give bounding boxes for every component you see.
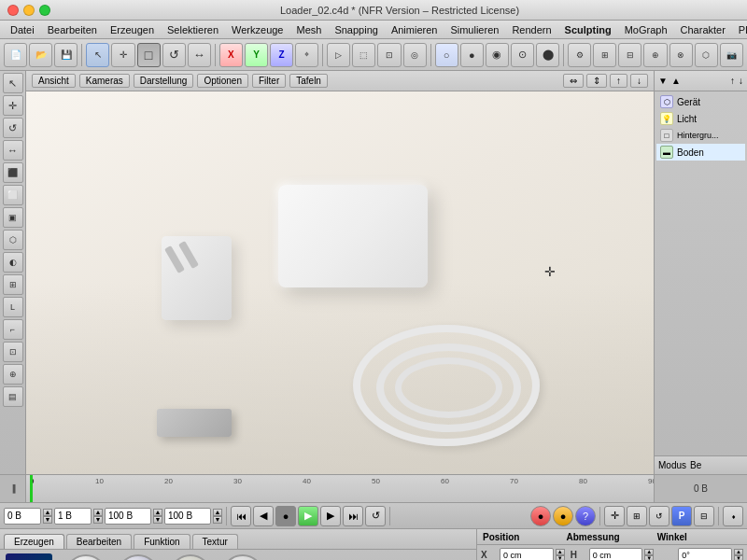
tb-new[interactable]: 📄: [4, 43, 27, 67]
tb-sphere3[interactable]: ◉: [486, 43, 509, 67]
ctrl-orange-btn[interactable]: ●: [553, 506, 573, 526]
vp-filter[interactable]: Filter: [252, 74, 286, 88]
vp-optionen[interactable]: Optionen: [197, 74, 248, 88]
tb-save[interactable]: 💾: [54, 43, 78, 67]
frame-field4[interactable]: 100 B: [164, 508, 211, 525]
vp-nav2[interactable]: ⇕: [586, 74, 607, 88]
tb-sphere1[interactable]: ○: [435, 43, 458, 67]
attr-win-x[interactable]: 0°: [678, 548, 732, 560]
mat-tab-funktion[interactable]: Funktion: [134, 534, 190, 549]
tb-open[interactable]: 📂: [29, 43, 52, 67]
tb-rotate[interactable]: ↺: [162, 43, 186, 67]
vp-tafeln[interactable]: Tafeln: [289, 74, 328, 88]
ctrl-box1[interactable]: ⊞: [627, 506, 647, 526]
scene-item-licht[interactable]: 💡 Licht: [656, 110, 745, 127]
tb-icon4[interactable]: ⊕: [643, 43, 667, 67]
tb-cube[interactable]: □: [137, 43, 161, 67]
tb-anim1[interactable]: ▷: [327, 43, 350, 67]
frame-field4-up[interactable]: ▲: [213, 509, 222, 516]
tb-scale[interactable]: ↔: [188, 43, 211, 67]
ctrl-question-btn[interactable]: ?: [575, 506, 596, 526]
frame-current-spin[interactable]: ▲ ▼: [93, 509, 103, 524]
tb-anim4[interactable]: ◎: [403, 43, 427, 67]
lt-scale[interactable]: ↔: [3, 140, 23, 161]
frame-start-up[interactable]: ▲: [43, 509, 52, 516]
attr-win-x-up[interactable]: ▲: [734, 549, 743, 555]
attr-abm-x-up[interactable]: ▲: [644, 549, 654, 555]
attr-win-x-down[interactable]: ▼: [734, 555, 743, 561]
menu-sculpting[interactable]: Sculpting: [558, 21, 618, 39]
attr-abm-x-down[interactable]: ▼: [644, 555, 654, 561]
frame-field4-down[interactable]: ▼: [213, 516, 222, 524]
transport-record[interactable]: ●: [275, 506, 296, 526]
transport-loop[interactable]: ↺: [365, 506, 386, 526]
menu-snapping[interactable]: Snapping: [328, 21, 385, 39]
transport-play[interactable]: ▶: [298, 506, 318, 526]
lt-icon4[interactable]: ⊕: [3, 364, 23, 385]
menu-charakter[interactable]: Charakter: [674, 21, 732, 39]
menu-werkzeuge[interactable]: Werkzeuge: [225, 21, 289, 39]
transport-next[interactable]: ▶: [320, 506, 341, 526]
tb-sphere5[interactable]: ⬤: [536, 43, 559, 67]
frame-field4-spin[interactable]: ▲ ▼: [213, 509, 222, 524]
tb-xyz-x[interactable]: X: [219, 43, 243, 67]
tb-arrow[interactable]: ↖: [86, 43, 109, 67]
menu-mograph[interactable]: MoGraph: [618, 21, 674, 39]
ctrl-parking[interactable]: P: [671, 506, 692, 526]
ctrl-grid[interactable]: ⊟: [694, 506, 714, 526]
tb-icon2[interactable]: ⊞: [593, 43, 616, 67]
rp-arrow-down2[interactable]: ↓: [739, 76, 743, 86]
vp-kameras[interactable]: Kameras: [79, 74, 130, 88]
transport-rewind[interactable]: ⏮: [231, 506, 251, 526]
vp-nav1[interactable]: ⇔: [563, 74, 584, 88]
material-boden[interactable]: Boden: [168, 554, 213, 561]
tb-move[interactable]: ✛: [111, 43, 134, 67]
menu-mesh[interactable]: Mesh: [289, 21, 328, 39]
menu-bearbeiten[interactable]: Bearbeiten: [41, 21, 104, 39]
menu-rendern[interactable]: Rendern: [505, 21, 557, 39]
transport-forward[interactable]: ⏭: [343, 506, 363, 526]
ctrl-last[interactable]: ⬧: [723, 506, 743, 526]
attr-abm-x[interactable]: 0 cm: [589, 548, 643, 560]
scene-item-hintergrund[interactable]: □ Hintergru...: [656, 127, 745, 144]
menu-erzeugen[interactable]: Erzeugen: [104, 21, 161, 39]
mat-tab-bearbeiten[interactable]: Bearbeiten: [66, 534, 132, 549]
frame-current-field[interactable]: 1 B: [54, 508, 92, 525]
lt-icon5[interactable]: ▤: [3, 386, 23, 407]
transport-prev[interactable]: ◀: [253, 506, 274, 526]
menu-selektieren[interactable]: Selektieren: [161, 21, 225, 39]
attr-pos-x[interactable]: 0 cm: [500, 548, 554, 560]
frame-end-up[interactable]: ▲: [153, 509, 162, 516]
tb-anim2[interactable]: ⬚: [352, 43, 375, 67]
lt-points[interactable]: ⬛: [3, 162, 23, 183]
lt-icon2[interactable]: ⌐: [3, 319, 23, 340]
menu-datei[interactable]: Datei: [4, 21, 41, 39]
maximize-button[interactable]: [39, 5, 50, 16]
attr-abm-x-spin[interactable]: ▲ ▼: [644, 549, 654, 561]
rp-arrow-up[interactable]: ▲: [671, 76, 681, 86]
timeline-ruler[interactable]: 0 10 20 30 40 50 60 70 80 90: [26, 475, 654, 502]
frame-end-spin[interactable]: ▲ ▼: [153, 509, 162, 524]
frame-start-spin[interactable]: ▲ ▼: [43, 509, 52, 524]
menu-plugins[interactable]: Plug-ins: [732, 21, 747, 39]
rp-arrow-up2[interactable]: ↑: [730, 76, 735, 86]
window-controls[interactable]: [7, 5, 50, 16]
tb-sphere4[interactable]: ⊙: [511, 43, 534, 67]
frame-current-up[interactable]: ▲: [93, 509, 103, 516]
minimize-button[interactable]: [23, 5, 35, 16]
tb-anim3[interactable]: ⊡: [377, 43, 401, 67]
material-hauptlicht[interactable]: Hauptlicht: [63, 554, 108, 561]
lt-brush3[interactable]: ⊞: [3, 274, 23, 295]
mat-tab-textur[interactable]: Textur: [192, 534, 238, 549]
ctrl-rec-btn[interactable]: ●: [530, 506, 551, 526]
tb-icon6[interactable]: ⬡: [695, 43, 718, 67]
rp-arrow-down[interactable]: ▼: [658, 76, 668, 86]
lt-polys[interactable]: ▣: [3, 207, 23, 228]
tb-xyz-z[interactable]: Z: [270, 43, 293, 67]
ctrl-rotate2[interactable]: ↺: [649, 506, 669, 526]
vp-nav3[interactable]: ↑: [610, 74, 627, 88]
attr-pos-x-spin[interactable]: ▲ ▼: [556, 549, 565, 561]
mat-tab-erzeugen[interactable]: Erzeugen: [4, 534, 64, 549]
attr-win-x-spin[interactable]: ▲ ▼: [734, 549, 743, 561]
lt-brush2[interactable]: ◐: [3, 252, 23, 273]
